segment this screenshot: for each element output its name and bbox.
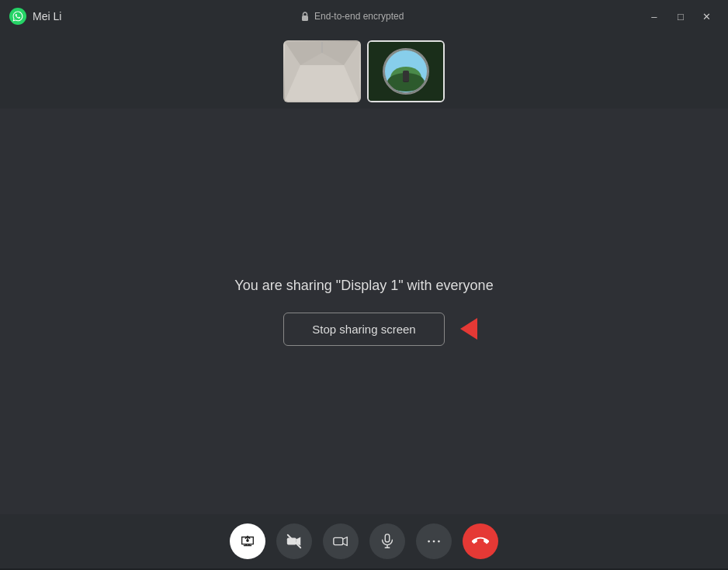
lock-icon <box>300 11 310 22</box>
minimize-button[interactable]: – <box>643 7 666 26</box>
svg-point-21 <box>438 541 440 543</box>
thumbnail-outdoor[interactable] <box>367 40 445 102</box>
maximize-button[interactable]: □ <box>669 7 692 26</box>
screen-share-button[interactable] <box>230 523 265 559</box>
screen-share-icon <box>239 533 256 550</box>
sharing-status-text: You are sharing "Display 1" with everyon… <box>234 278 493 294</box>
svg-point-0 <box>9 8 26 25</box>
stop-sharing-button[interactable]: Stop sharing screen <box>283 313 444 346</box>
more-icon <box>425 533 442 550</box>
arrow-head <box>460 318 477 340</box>
close-button[interactable]: ✕ <box>695 7 719 26</box>
mic-button[interactable] <box>369 523 405 559</box>
controls-bar <box>0 514 728 568</box>
encryption-text: End-to-end encrypted <box>314 11 404 22</box>
fisheye-preview <box>383 48 429 95</box>
svg-rect-1 <box>302 16 308 21</box>
svg-point-20 <box>433 541 435 543</box>
stop-video-icon <box>286 533 303 550</box>
thumbnails-strip <box>0 33 728 109</box>
end-call-button[interactable] <box>463 523 498 559</box>
camera-icon <box>332 533 349 550</box>
end-call-icon <box>472 533 489 550</box>
whatsapp-icon <box>9 8 26 25</box>
mic-icon <box>379 533 396 550</box>
title-left: Mei Li <box>9 8 61 25</box>
svg-rect-10 <box>403 71 409 82</box>
svg-rect-16 <box>385 534 390 542</box>
encryption-label-area: End-to-end encrypted <box>300 11 404 22</box>
svg-rect-15 <box>334 537 343 544</box>
svg-point-19 <box>428 541 430 543</box>
more-button[interactable] <box>416 523 452 559</box>
app-title: Mei Li <box>33 10 61 22</box>
title-bar: Mei Li End-to-end encrypted – □ ✕ <box>0 0 728 33</box>
thumbnail-room[interactable] <box>283 40 361 102</box>
camera-button[interactable] <box>323 523 359 559</box>
room-preview <box>285 42 359 101</box>
main-content: You are sharing "Display 1" with everyon… <box>0 109 728 514</box>
stop-video-button[interactable] <box>276 523 312 559</box>
window-controls[interactable]: – □ ✕ <box>643 7 719 26</box>
